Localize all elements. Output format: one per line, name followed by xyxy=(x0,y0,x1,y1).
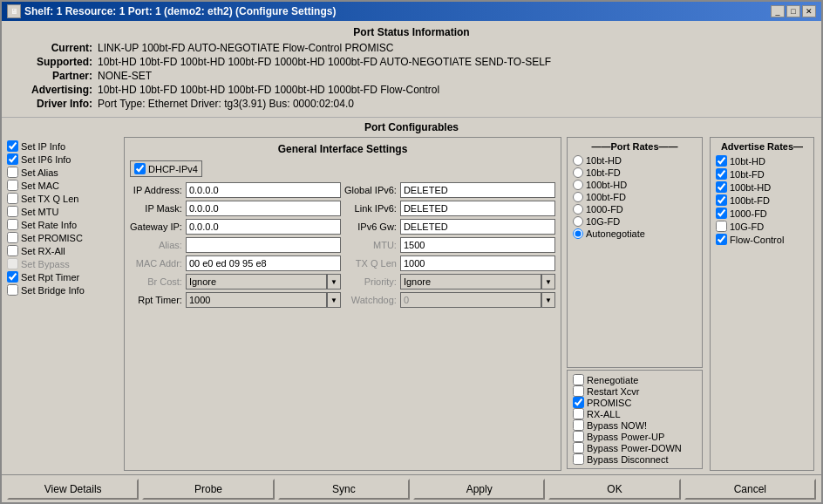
rate-100bt-fd-radio[interactable] xyxy=(573,192,583,202)
rpt-timer-input[interactable] xyxy=(186,292,327,308)
adv-flow-control-checkbox[interactable] xyxy=(716,234,727,245)
maximize-button[interactable]: □ xyxy=(786,5,800,17)
tx-q-len-input[interactable] xyxy=(400,255,555,271)
cb-bypass-power-down[interactable]: Bypass Power-DOWN xyxy=(573,442,697,453)
rate-100bt-hd-radio[interactable] xyxy=(573,180,583,190)
priority-input[interactable] xyxy=(400,274,541,289)
adv-flow-control[interactable]: Flow-Control xyxy=(716,234,808,245)
adv-10bt-hd-checkbox[interactable] xyxy=(716,155,727,167)
br-cost-input[interactable] xyxy=(186,274,327,289)
set-promisc-checkbox[interactable] xyxy=(7,232,18,243)
rpt-timer-dropdown[interactable]: ▼ xyxy=(186,292,341,308)
dhcp-ipv4-checkbox[interactable] xyxy=(134,163,146,174)
set-rate-info-checkbox[interactable] xyxy=(7,219,18,230)
gateway-ip-input[interactable] xyxy=(186,219,341,235)
apply-button[interactable]: Apply xyxy=(413,479,545,500)
adv-1000-fd-checkbox[interactable] xyxy=(716,208,727,219)
checkbox-set-alias[interactable]: Set Alias xyxy=(7,167,120,178)
cb-restart-xcvr[interactable]: Restart Xcvr xyxy=(573,385,697,397)
checkbox-set-tx-q-len[interactable]: Set TX Q Len xyxy=(7,193,120,204)
adv-100bt-hd-checkbox[interactable] xyxy=(716,181,727,193)
br-cost-dropdown[interactable]: ▼ xyxy=(186,274,341,289)
probe-button[interactable]: Probe xyxy=(142,479,274,500)
bypass-now-checkbox[interactable] xyxy=(573,419,584,431)
adv-10bt-fd[interactable]: 10bt-FD xyxy=(716,168,808,180)
rate-100bt-fd[interactable]: 100bt-FD xyxy=(573,192,697,202)
checkbox-set-rpt-timer[interactable]: Set Rpt Timer xyxy=(7,271,120,283)
rate-100bt-hd[interactable]: 100bt-HD xyxy=(573,180,697,190)
rate-10bt-fd-radio[interactable] xyxy=(573,167,583,178)
ok-button[interactable]: OK xyxy=(548,479,680,500)
rate-10g-fd[interactable]: 10G-FD xyxy=(573,216,697,227)
bypass-power-down-checkbox[interactable] xyxy=(573,442,584,453)
watchdog-dropdown-btn[interactable]: ▼ xyxy=(541,292,555,308)
ip-mask-input[interactable] xyxy=(186,201,341,216)
set-mac-checkbox[interactable] xyxy=(7,180,18,191)
promisc-checkbox[interactable] xyxy=(573,397,584,408)
rpt-timer-dropdown-btn[interactable]: ▼ xyxy=(327,292,341,308)
adv-10g-fd-checkbox[interactable] xyxy=(716,221,727,232)
cb-bypass-disconnect[interactable]: Bypass Disconnect xyxy=(573,453,697,465)
cancel-button[interactable]: Cancel xyxy=(684,479,816,500)
set-ip-info-checkbox[interactable] xyxy=(7,140,18,152)
checkbox-set-bridge-info[interactable]: Set Bridge Info xyxy=(7,284,120,296)
alias-input[interactable] xyxy=(186,237,341,253)
rate-autonegotiate[interactable]: Autonegotiate xyxy=(573,228,697,239)
set-mtu-checkbox[interactable] xyxy=(7,206,18,217)
watchdog-dropdown[interactable]: ▼ xyxy=(400,292,555,308)
set-tx-q-len-checkbox[interactable] xyxy=(7,193,18,204)
rate-10bt-fd[interactable]: 10bt-FD xyxy=(573,167,697,178)
checkbox-set-ip-info[interactable]: Set IP Info xyxy=(7,140,120,152)
mtu-input[interactable] xyxy=(400,237,555,253)
ip-address-input[interactable] xyxy=(186,182,341,198)
cb-bypass-now[interactable]: Bypass NOW! xyxy=(573,419,697,431)
adv-1000-fd[interactable]: 1000-FD xyxy=(716,208,808,219)
checkbox-set-mac[interactable]: Set MAC xyxy=(7,180,120,191)
view-details-button[interactable]: View Details xyxy=(7,479,139,500)
rx-all-checkbox[interactable] xyxy=(573,408,584,419)
rate-10g-fd-radio[interactable] xyxy=(573,216,583,227)
global-ipv6-input[interactable] xyxy=(400,182,555,198)
checkbox-set-rate-info[interactable]: Set Rate Info xyxy=(7,219,120,230)
cb-rx-all[interactable]: RX-ALL xyxy=(573,408,697,419)
checkbox-set-promisc[interactable]: Set PROMISC xyxy=(7,232,120,243)
link-ipv6-input[interactable] xyxy=(400,201,555,216)
rate-1000-fd-radio[interactable] xyxy=(573,204,583,215)
adv-10bt-hd[interactable]: 10bt-HD xyxy=(716,155,808,167)
checkbox-set-ip6-info[interactable]: Set IP6 Info xyxy=(7,153,120,165)
priority-dropdown[interactable]: ▼ xyxy=(400,274,555,289)
checkbox-set-rx-all[interactable]: Set RX-All xyxy=(7,245,120,256)
adv-10bt-fd-checkbox[interactable] xyxy=(716,168,727,180)
rate-10bt-hd[interactable]: 10bt-HD xyxy=(573,155,697,166)
watchdog-input[interactable] xyxy=(400,292,541,308)
set-ip6-info-checkbox[interactable] xyxy=(7,153,18,165)
rate-1000-fd[interactable]: 1000-FD xyxy=(573,204,697,215)
cb-renegotiate[interactable]: Renegotiate xyxy=(573,374,697,385)
set-rpt-timer-checkbox[interactable] xyxy=(7,271,18,283)
ipv6-gw-input[interactable] xyxy=(400,219,555,235)
mac-addr-input[interactable] xyxy=(186,255,341,271)
set-bridge-info-checkbox[interactable] xyxy=(7,284,18,296)
set-bypass-checkbox[interactable] xyxy=(7,258,18,269)
adv-100bt-hd[interactable]: 100bt-HD xyxy=(716,181,808,193)
bypass-power-up-checkbox[interactable] xyxy=(573,431,584,442)
restart-xcvr-checkbox[interactable] xyxy=(573,385,584,397)
cb-promisc[interactable]: PROMISC xyxy=(573,397,697,408)
sync-button[interactable]: Sync xyxy=(278,479,410,500)
adv-100bt-fd[interactable]: 100bt-FD xyxy=(716,194,808,206)
close-button[interactable]: ✕ xyxy=(802,5,816,17)
adv-100bt-fd-checkbox[interactable] xyxy=(716,194,727,206)
cb-bypass-power-up[interactable]: Bypass Power-UP xyxy=(573,431,697,442)
adv-10g-fd[interactable]: 10G-FD xyxy=(716,221,808,232)
minimize-button[interactable]: _ xyxy=(771,5,785,17)
renegotiate-checkbox[interactable] xyxy=(573,374,584,385)
dhcp-checkbox-label[interactable]: DHCP-IPv4 xyxy=(130,160,202,177)
set-alias-checkbox[interactable] xyxy=(7,167,18,178)
checkbox-set-mtu[interactable]: Set MTU xyxy=(7,206,120,217)
br-cost-dropdown-btn[interactable]: ▼ xyxy=(327,274,341,289)
priority-dropdown-btn[interactable]: ▼ xyxy=(541,274,555,289)
set-rx-all-checkbox[interactable] xyxy=(7,245,18,256)
bypass-disconnect-checkbox[interactable] xyxy=(573,453,584,465)
rate-10bt-hd-radio[interactable] xyxy=(573,155,583,166)
rate-autonegotiate-radio[interactable] xyxy=(573,228,583,239)
